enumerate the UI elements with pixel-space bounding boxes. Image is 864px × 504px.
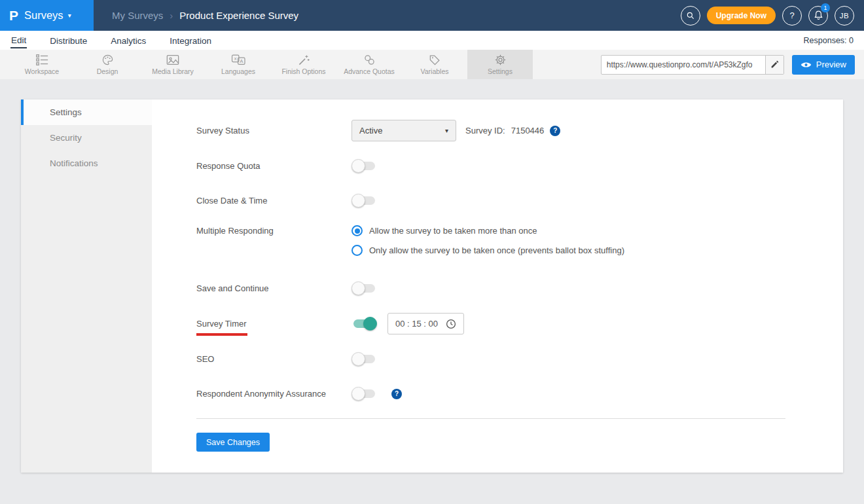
tab-integration[interactable]: Integration xyxy=(169,33,212,48)
notifications-button[interactable]: 1 xyxy=(808,6,828,26)
toolbar-item-settings[interactable]: Settings xyxy=(467,50,533,79)
save-continue-toggle[interactable] xyxy=(353,284,375,293)
radio-selected-icon[interactable] xyxy=(351,225,363,236)
survey-url-input[interactable] xyxy=(602,60,765,69)
survey-id-label: Survey ID: xyxy=(465,126,505,135)
app-menu[interactable]: P Surveys xyxy=(0,0,94,31)
radio-option-multiple-times[interactable]: Allow the survey to be taken more than o… xyxy=(351,225,624,236)
toolbar-item-finish-options[interactable]: Finish Options xyxy=(271,50,336,79)
survey-title: Product Experience Survey xyxy=(179,10,298,21)
tab-distribute[interactable]: Distribute xyxy=(49,33,88,48)
response-quota-row: Response Quota xyxy=(196,156,785,176)
anonymity-label: Respondent Anonymity Assurance xyxy=(196,388,351,399)
save-continue-label: Save and Continue xyxy=(196,283,351,294)
seo-label: SEO xyxy=(196,353,351,365)
clock-icon xyxy=(446,319,456,329)
search-button[interactable] xyxy=(681,6,700,26)
chevron-down-icon xyxy=(445,127,448,134)
sidebar-item-settings[interactable]: Settings xyxy=(21,99,152,125)
survey-timer-label: Survey Timer xyxy=(196,318,247,329)
survey-status-label: Survey Status xyxy=(196,125,351,136)
close-date-label: Close Date & Time xyxy=(196,195,351,206)
settings-form: Survey Status Active Survey ID: 7150446 … xyxy=(152,99,843,473)
pencil-icon xyxy=(770,60,779,69)
response-quota-label: Response Quota xyxy=(196,160,351,171)
workspace-icon xyxy=(35,54,49,66)
survey-status-row: Survey Status Active Survey ID: 7150446 … xyxy=(196,120,785,141)
settings-sidebar: Settings Security Notifications xyxy=(21,99,152,473)
svg-text:A: A xyxy=(240,58,243,64)
responses-count: Responses: 0 xyxy=(804,36,854,45)
breadcrumb-my-surveys[interactable]: My Surveys xyxy=(112,10,163,21)
edit-toolbar: Workspace Design Media Library xA Langua… xyxy=(0,50,864,79)
survey-id-help-icon[interactable]: ? xyxy=(550,126,560,136)
image-icon xyxy=(166,54,180,66)
sidebar-item-notifications[interactable]: Notifications xyxy=(21,151,152,176)
anonymity-row: Respondent Anonymity Assurance ? xyxy=(196,384,785,404)
chain-links-icon xyxy=(363,54,376,66)
response-quota-toggle[interactable] xyxy=(353,162,375,170)
survey-id: Survey ID: 7150446 ? xyxy=(465,126,560,136)
toolbar-item-advance-quotas[interactable]: Advance Quotas xyxy=(336,50,402,79)
survey-status-select[interactable]: Active xyxy=(351,120,456,141)
upgrade-now-button[interactable]: Upgrade Now xyxy=(707,7,776,24)
translate-icon: xA xyxy=(231,54,246,66)
survey-timer-toggle[interactable] xyxy=(353,319,375,328)
avatar-initials: JB xyxy=(840,12,849,20)
survey-url-box xyxy=(601,55,784,75)
anonymity-toggle[interactable] xyxy=(353,389,375,398)
toolbar-item-workspace[interactable]: Workspace xyxy=(9,50,75,79)
save-changes-button[interactable]: Save Changes xyxy=(196,433,270,452)
product-name: Surveys xyxy=(24,9,63,22)
chevron-down-icon xyxy=(68,12,71,19)
save-continue-row: Save and Continue xyxy=(196,278,785,298)
toolbar-item-media-library[interactable]: Media Library xyxy=(140,50,206,79)
anonymity-help-icon[interactable]: ? xyxy=(391,389,402,399)
form-divider xyxy=(196,418,785,419)
tab-edit[interactable]: Edit xyxy=(10,33,27,48)
header-actions: Upgrade Now ? 1 JB xyxy=(681,6,864,26)
survey-timer-input[interactable]: 00 : 15 : 00 xyxy=(387,313,464,334)
user-avatar[interactable]: JB xyxy=(835,6,854,26)
multiple-responding-options: Allow the survey to be taken more than o… xyxy=(351,225,624,256)
preview-button[interactable]: Preview xyxy=(792,55,855,75)
close-date-row: Close Date & Time xyxy=(196,190,785,211)
gear-icon xyxy=(494,54,507,66)
tag-icon xyxy=(428,54,442,66)
help-button[interactable]: ? xyxy=(782,6,802,26)
sidebar-item-security[interactable]: Security xyxy=(21,125,152,151)
survey-id-value: 7150446 xyxy=(511,126,545,135)
palette-icon xyxy=(101,54,115,66)
seo-row: SEO xyxy=(196,349,785,369)
radio-option-once-only[interactable]: Only allow the survey to be taken once (… xyxy=(351,245,624,256)
survey-tab-nav: Edit Distribute Analytics Integration Re… xyxy=(0,31,864,50)
settings-card: Settings Security Notifications Survey S… xyxy=(21,99,843,473)
toolbar-item-design[interactable]: Design xyxy=(75,50,140,79)
notification-badge: 1 xyxy=(821,3,830,12)
tab-analytics[interactable]: Analytics xyxy=(110,33,147,48)
edit-url-button[interactable] xyxy=(765,56,783,74)
toolbar-right: Preview xyxy=(601,50,864,79)
seo-toggle[interactable] xyxy=(353,355,375,363)
question-mark-icon: ? xyxy=(789,10,794,20)
multiple-responding-label: Multiple Responding xyxy=(196,225,351,236)
svg-text:x: x xyxy=(234,56,236,62)
radio-unselected-icon[interactable] xyxy=(351,245,363,256)
multiple-responding-row: Multiple Responding Allow the survey to … xyxy=(196,225,785,256)
survey-timer-row: Survey Timer 00 : 15 : 00 xyxy=(196,313,785,334)
breadcrumb: My Surveys › Product Experience Survey xyxy=(112,10,298,21)
close-date-toggle[interactable] xyxy=(353,196,375,205)
search-icon xyxy=(686,11,695,20)
eye-icon xyxy=(801,61,812,69)
top-header: P Surveys My Surveys › Product Experienc… xyxy=(0,0,864,31)
toolbar-item-languages[interactable]: xA Languages xyxy=(206,50,271,79)
magic-wand-icon xyxy=(297,54,311,66)
toolbar-item-variables[interactable]: Variables xyxy=(402,50,467,79)
breadcrumb-separator-icon: › xyxy=(170,10,173,21)
questionpro-logo: P xyxy=(9,8,18,24)
